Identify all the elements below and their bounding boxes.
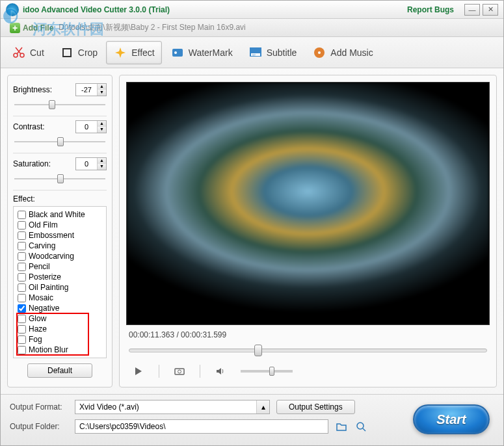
start-button[interactable]: Start [413, 404, 490, 434]
tab-watermark[interactable]: WaterMark [163, 41, 240, 64]
tab-cut[interactable]: Cut [5, 41, 51, 64]
effect-item[interactable]: Old Film [18, 220, 102, 230]
minimize-button[interactable]: — [464, 4, 480, 16]
effect-item[interactable]: Pencil [18, 261, 102, 272]
effect-item[interactable]: Motion Blur [18, 345, 102, 355]
effect-checkbox[interactable] [18, 325, 26, 334]
music-icon [312, 46, 326, 60]
effect-item[interactable]: Embossment [18, 230, 102, 241]
effect-item-label: Woodcarving [29, 252, 74, 261]
effect-checkbox[interactable] [18, 211, 26, 219]
play-button[interactable] [131, 365, 146, 377]
snapshot-button[interactable] [172, 365, 187, 377]
output-format-combo[interactable]: Xvid Video (*.avi)▴ [75, 400, 270, 414]
search-folder-icon[interactable] [354, 420, 367, 433]
contrast-spinner[interactable]: ▲▼ [75, 120, 107, 133]
subtitle-icon: ST [248, 46, 263, 60]
default-button[interactable]: Default [27, 363, 92, 378]
add-file-icon[interactable]: + [10, 23, 20, 33]
spinner-down-icon[interactable]: ▼ [98, 90, 106, 96]
effect-checkbox[interactable] [18, 304, 26, 313]
effect-item[interactable]: Woodcarving [18, 251, 102, 261]
brightness-spinner[interactable]: ▲▼ [75, 83, 107, 96]
brightness-slider[interactable] [14, 99, 105, 111]
brightness-label: Brightness: [13, 85, 75, 94]
effect-item-label: Fog [29, 335, 42, 344]
add-file-button[interactable]: Add File [23, 23, 53, 33]
effect-checkbox[interactable] [18, 263, 26, 271]
effect-checkbox[interactable] [18, 315, 26, 323]
output-folder-label: Output Folder: [10, 422, 68, 431]
effect-item[interactable]: Fog [18, 334, 102, 345]
output-settings-button[interactable]: Output Settings [276, 400, 355, 414]
effect-checkbox[interactable] [18, 346, 26, 354]
svg-rect-2 [63, 49, 71, 57]
effect-item[interactable]: Carving [18, 241, 102, 251]
effect-checkbox[interactable] [18, 221, 26, 230]
effect-item-label: Embossment [29, 231, 74, 240]
effect-item-label: Haze [29, 324, 47, 334]
effect-list: Black and WhiteOld FilmEmbossmentCarving… [13, 206, 107, 358]
file-path: D:\tools\桌面\新视频\Baby 2 - First Step Main… [59, 22, 245, 33]
window-title: idoo Advanced Video Cutter 3.0.0 (Trial) [23, 5, 407, 14]
spinner-up-icon[interactable]: ▲ [98, 84, 106, 90]
tab-subtitle[interactable]: STSubtitle [241, 41, 304, 64]
effect-checkbox[interactable] [18, 252, 26, 261]
folder-browse-icon[interactable] [335, 420, 348, 433]
saturation-slider[interactable] [14, 173, 105, 185]
report-bugs-link[interactable]: Report Bugs [407, 5, 454, 14]
effect-checkbox[interactable] [18, 273, 26, 282]
tab-addmusic[interactable]: Add Music [305, 41, 380, 64]
watermark-icon [170, 46, 185, 60]
output-format-label: Output Format: [10, 402, 68, 412]
effect-item-label: Pencil [29, 262, 50, 271]
effect-item[interactable]: Black and White [18, 209, 102, 220]
video-preview [126, 82, 490, 325]
effect-item[interactable]: Mosaic [18, 293, 102, 303]
effect-item[interactable]: Haze [18, 324, 102, 334]
chevron-up-icon[interactable]: ▴ [256, 400, 269, 413]
close-button[interactable]: ✕ [483, 4, 498, 16]
scissors-icon [12, 46, 26, 60]
addfile-bar: + Add File D:\tools\桌面\新视频\Baby 2 - Firs… [1, 19, 503, 37]
effect-item[interactable]: Oil Painting [18, 282, 102, 293]
svg-point-9 [318, 51, 321, 54]
app-logo-icon [6, 3, 19, 16]
effect-checkbox[interactable] [18, 335, 26, 344]
effect-item[interactable]: Negative [18, 303, 102, 313]
svg-rect-10 [175, 369, 184, 374]
effect-item-label: Black and White [29, 210, 85, 219]
effect-label: Effect: [13, 194, 107, 203]
effect-checkbox[interactable] [18, 294, 26, 302]
effect-item-label: Negative [29, 304, 59, 313]
effect-item[interactable]: Posterize [18, 272, 102, 282]
effect-item-label: Old Film [29, 220, 58, 230]
crop-icon [60, 46, 74, 60]
effect-item-label: Mosaic [29, 293, 53, 302]
effect-item-label: Motion Blur [29, 345, 68, 354]
effect-item-label: Posterize [29, 272, 61, 282]
effect-item-label: Glow [29, 314, 46, 323]
effect-item-label: Oil Painting [29, 283, 68, 292]
effect-checkbox[interactable] [18, 242, 26, 250]
seek-slider[interactable] [129, 344, 487, 357]
svg-text:ST: ST [252, 53, 256, 56]
effect-item[interactable]: Glow [18, 313, 102, 324]
volume-slider[interactable] [241, 370, 293, 373]
tab-crop[interactable]: Crop [53, 41, 105, 64]
effect-checkbox[interactable] [18, 283, 26, 292]
preview-panel: 00:00:11.363 / 00:00:31.599 [119, 75, 497, 387]
effect-panel: Brightness: ▲▼ Contrast: ▲▼ Saturation: … [7, 75, 113, 387]
effect-checkbox[interactable] [18, 231, 26, 240]
contrast-slider[interactable] [14, 136, 105, 148]
volume-icon[interactable] [213, 365, 228, 377]
time-display: 00:00:11.363 / 00:00:31.599 [126, 329, 490, 341]
toolbar: Cut Crop Effect WaterMark STSubtitle Add… [1, 37, 503, 68]
output-folder-field[interactable]: C:\Users\pc0359\Videos\ [75, 419, 328, 434]
saturation-spinner[interactable]: ▲▼ [75, 157, 107, 170]
svg-point-12 [357, 423, 364, 429]
sparkle-icon [113, 46, 127, 60]
tab-effect[interactable]: Effect [106, 41, 162, 64]
svg-point-4 [174, 51, 177, 54]
contrast-label: Contrast: [13, 122, 75, 131]
